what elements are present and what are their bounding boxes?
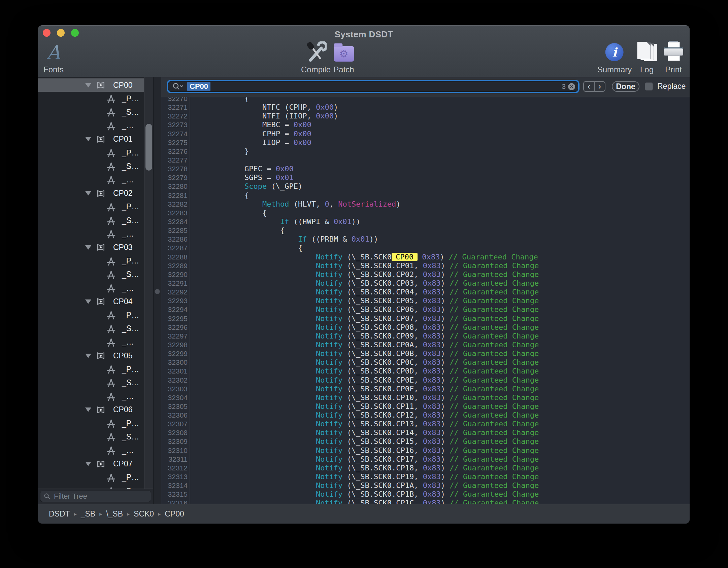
scope-icon xyxy=(96,352,105,360)
pane-splitter[interactable] xyxy=(153,77,161,504)
compile-button[interactable]: Compile xyxy=(301,41,331,74)
fonts-button[interactable]: A Fonts xyxy=(43,41,64,74)
done-button[interactable]: Done xyxy=(612,81,639,92)
tree-row-[interactable]: _… xyxy=(38,390,144,403)
tree-row-cp02[interactable]: CP02 xyxy=(38,187,144,200)
tree-row-label: _S… xyxy=(122,270,139,279)
tree-row-label: _P… xyxy=(122,419,139,428)
tree-row-p[interactable]: _P… xyxy=(38,362,144,376)
tree-row-p[interactable]: _P… xyxy=(38,146,144,159)
line-number: 32292 xyxy=(161,288,190,296)
disclosure-triangle-icon[interactable] xyxy=(85,354,91,358)
scope-icon xyxy=(96,135,105,143)
tree-row-p[interactable]: _P… xyxy=(38,417,144,430)
tree-row-[interactable]: _… xyxy=(38,173,144,186)
find-previous-button[interactable]: ‹ xyxy=(584,82,595,91)
tree-row-s[interactable]: _S… xyxy=(38,159,144,173)
code-line: 32281 { xyxy=(161,191,690,200)
code-line: 32306 Notify (\_SB.SCK0.CP12, 0x83) // G… xyxy=(161,411,690,420)
replace-checkbox[interactable] xyxy=(645,82,653,91)
code-line: 32295 Notify (\_SB.SCK0.CP07, 0x83) // G… xyxy=(161,314,690,323)
disclosure-triangle-icon[interactable] xyxy=(85,191,91,196)
tree-row-p[interactable]: _P… xyxy=(38,254,144,268)
code-line: 32304 Notify (\_SB.SCK0.CP10, 0x83) // G… xyxy=(161,393,690,402)
fonts-icon: A xyxy=(43,41,64,63)
tree-row-s[interactable]: _S… xyxy=(38,484,144,489)
find-next-button[interactable]: › xyxy=(595,82,605,91)
sidebar-scrollbar-thumb[interactable] xyxy=(145,124,152,171)
line-number: 32295 xyxy=(161,314,190,323)
method-a-icon xyxy=(106,175,116,184)
tree-row-p[interactable]: _P… xyxy=(38,92,144,105)
tree-row-s[interactable]: _S… xyxy=(38,105,144,119)
dsdt-tree[interactable]: CP00_P…_S…_…CP01_P…_S…_…CP02_P…_S…_…CP03… xyxy=(38,77,144,489)
scope-icon xyxy=(96,460,105,468)
tree-row-label: _S… xyxy=(122,378,139,387)
tree-row-cp07[interactable]: CP07 xyxy=(38,457,144,471)
disclosure-triangle-icon[interactable] xyxy=(85,407,91,412)
summary-button[interactable]: i Summary xyxy=(597,41,632,74)
tree-row-[interactable]: _… xyxy=(38,119,144,133)
line-number: 32277 xyxy=(161,156,190,165)
tree-row-s[interactable]: _S… xyxy=(38,376,144,389)
tree-row-s[interactable]: _S… xyxy=(38,322,144,335)
tree-row-p[interactable]: _P… xyxy=(38,308,144,322)
screen: System DSDT A Fonts Compile xyxy=(0,0,728,568)
method-a-icon xyxy=(106,270,116,279)
window-title: System DSDT xyxy=(38,29,690,40)
code-line: 32314 Notify (\_SB.SCK0.CP1A, 0x83) // G… xyxy=(161,481,690,490)
tree-row-cp01[interactable]: CP01 xyxy=(38,133,144,146)
line-number: 32272 xyxy=(161,112,190,120)
method-a-icon xyxy=(106,338,116,347)
tree-row-s[interactable]: _S… xyxy=(38,430,144,443)
tree-row-[interactable]: _… xyxy=(38,443,144,457)
line-number: 32314 xyxy=(161,481,190,490)
line-number: 32285 xyxy=(161,226,190,235)
sidebar-scrollbar[interactable] xyxy=(144,77,154,489)
code-line: 32303 Notify (\_SB.SCK0.CP0F, 0x83) // G… xyxy=(161,385,690,393)
log-button[interactable]: Log xyxy=(636,41,657,74)
disclosure-triangle-icon[interactable] xyxy=(85,137,91,141)
clear-search-icon[interactable]: ✕ xyxy=(568,83,575,90)
tree-row-s[interactable]: _S… xyxy=(38,214,144,227)
line-number: 32310 xyxy=(161,446,190,455)
tree-row-[interactable]: _… xyxy=(38,335,144,349)
filter-placeholder: Filter Tree xyxy=(54,492,87,501)
method-a-icon xyxy=(106,378,116,387)
tree-row-[interactable]: _… xyxy=(38,281,144,295)
disclosure-triangle-icon[interactable] xyxy=(85,462,91,466)
tree-row-cp05[interactable]: CP05 xyxy=(38,349,144,362)
tree-row-[interactable]: _… xyxy=(38,227,144,241)
print-button[interactable]: Print xyxy=(664,41,683,74)
tree-row-p[interactable]: _P… xyxy=(38,471,144,484)
scope-icon xyxy=(96,297,105,306)
line-number: 32291 xyxy=(161,279,190,288)
tree-row-label: _… xyxy=(122,284,134,293)
tree-row-cp04[interactable]: CP04 xyxy=(38,295,144,308)
breadcrumb-item[interactable]: \_SB xyxy=(106,509,123,519)
tree-row-p[interactable]: _P… xyxy=(38,200,144,214)
disclosure-triangle-icon[interactable] xyxy=(85,245,91,250)
breadcrumb-item[interactable]: DSDT xyxy=(49,509,70,519)
tree-row-cp06[interactable]: CP06 xyxy=(38,403,144,417)
breadcrumb-item[interactable]: SCK0 xyxy=(134,509,154,519)
tree-row-cp03[interactable]: CP03 xyxy=(38,241,144,254)
search-input[interactable]: CP00 3 ✕ xyxy=(168,81,578,92)
code-line: 32278 GPEC = 0x00 xyxy=(161,165,690,173)
code-line: 32309 Notify (\_SB.SCK0.CP15, 0x83) // G… xyxy=(161,437,690,446)
patch-button[interactable]: ⚙ Patch xyxy=(333,41,354,74)
code-line: 32282 Method (HLVT, 0, NotSerialized) xyxy=(161,200,690,209)
tree-row-cp00[interactable]: CP00 xyxy=(38,78,144,92)
breadcrumb-item[interactable]: _SB xyxy=(81,509,95,519)
find-nav-segment: ‹ › xyxy=(583,81,605,92)
splitter-handle-icon[interactable] xyxy=(155,289,160,294)
code-line: 32301 Notify (\_SB.SCK0.CP0D, 0x83) // G… xyxy=(161,367,690,376)
line-number: 32273 xyxy=(161,120,190,129)
breadcrumb-item[interactable]: CP00 xyxy=(165,509,184,519)
disclosure-triangle-icon[interactable] xyxy=(85,83,91,87)
search-menu-icon[interactable] xyxy=(172,82,183,91)
tree-row-s[interactable]: _S… xyxy=(38,268,144,281)
disclosure-triangle-icon[interactable] xyxy=(85,299,91,304)
filter-tree-input[interactable]: Filter Tree xyxy=(40,491,151,502)
code-editor[interactable]: 32270 {32271 NTFC (CPHP, 0x00)32272 NTFI… xyxy=(161,97,690,504)
